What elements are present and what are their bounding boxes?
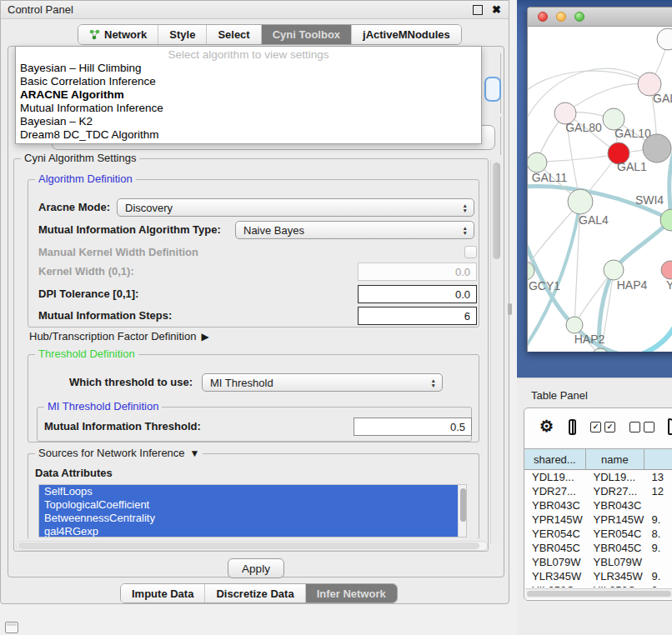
zoom-traffic-light-icon[interactable]: [574, 12, 584, 22]
cyni-algorithm-settings-title: Cyni Algorithm Settings: [21, 152, 139, 164]
mi-steps-field[interactable]: 6: [358, 307, 477, 325]
minimize-traffic-light-icon[interactable]: [556, 12, 566, 22]
node-label: GCY1: [529, 279, 560, 292]
focused-combobox-fragment[interactable]: [484, 77, 501, 102]
dropdown-item[interactable]: Basic Correlation Inference: [16, 75, 481, 88]
network-edge[interactable]: [634, 318, 672, 352]
network-node-hap4[interactable]: [604, 260, 624, 280]
table-cell: 13: [644, 470, 672, 484]
split-columns-icon[interactable]: [569, 419, 576, 435]
kernel-width-value: 0.0: [455, 266, 470, 278]
gear-icon[interactable]: ⚙: [539, 414, 554, 439]
dropdown-item[interactable]: Mutual Information Inference: [16, 102, 481, 115]
table-row[interactable]: YBR043CYBR043C: [524, 498, 672, 512]
tab-network[interactable]: Network: [78, 25, 158, 44]
tab-label: Impute Data: [132, 588, 193, 600]
tab-select[interactable]: Select: [207, 25, 261, 44]
mi-threshold-field[interactable]: 0.5: [354, 418, 472, 436]
network-edge[interactable]: [614, 220, 671, 270]
dropdown-item[interactable]: Dream8 DC_TDC Algorithm: [16, 128, 481, 142]
network-node-gal4[interactable]: [568, 189, 593, 214]
table-row[interactable]: YBL079WYBL079W: [524, 555, 672, 569]
deselect-all-columns-button[interactable]: [629, 422, 654, 432]
table-row[interactable]: YDR27...YDR27...12: [524, 484, 672, 498]
close-traffic-light-icon[interactable]: [538, 12, 548, 22]
tab-label: Network: [104, 28, 147, 41]
network-node[interactable]: [643, 134, 671, 162]
dpi-tolerance-label: DPI Tolerance [0,1]:: [38, 285, 138, 303]
select-all-columns-button[interactable]: ✓ ✓: [590, 422, 615, 432]
mi-type-combobox[interactable]: Naive Bayes ▲▼: [235, 221, 474, 239]
table-row[interactable]: YLR345WYLR345W9.: [524, 569, 672, 583]
network-edge[interactable]: [565, 83, 649, 113]
list-vertical-scrollbar[interactable]: [458, 485, 467, 537]
checked-checkbox-icon: ✓: [604, 422, 615, 432]
manual-kernel-checkbox[interactable]: [464, 246, 477, 258]
which-threshold-combobox[interactable]: MI Threshold ▲▼: [202, 373, 443, 392]
settings-vertical-scrollbar[interactable]: [490, 160, 502, 543]
sources-group-title: Sources for Network Inference: [38, 447, 185, 459]
table-cell: YDL19...: [524, 470, 586, 484]
table-row[interactable]: YIL052CYIL052C9.: [524, 583, 672, 588]
aracne-mode-combobox[interactable]: Discovery ▲▼: [117, 198, 474, 217]
close-icon[interactable]: ✖: [492, 3, 501, 16]
unchecked-checkbox-icon: [644, 422, 654, 432]
control-panel-title: Control Panel: [8, 3, 73, 16]
hub-tf-definition-label: Hub/Transcription Factor Definition: [29, 330, 196, 342]
table-toolbar: ⚙ ✓ ✓: [524, 413, 672, 440]
network-canvas[interactable]: GALGAL80GAL10GAL1GAL11SWI4GAL4GCY1HAP4YH…: [528, 27, 672, 352]
mi-steps-label: Mutual Information Steps:: [38, 307, 172, 325]
hub-tf-definition-toggle[interactable]: Hub/Transcription Factor Definition▶: [29, 329, 209, 344]
tab-label: Select: [218, 28, 249, 41]
kernel-width-field[interactable]: 0.0: [358, 262, 477, 281]
dpi-tolerance-field[interactable]: 0.0: [358, 285, 477, 303]
table-row[interactable]: YDL19...YDL19...13: [524, 470, 672, 484]
table-data-group-border-fragment: [500, 117, 501, 155]
attribute-list-item[interactable]: SelfLoops: [39, 485, 466, 498]
sources-group: Sources for Network Inference▼ Data Attr…: [28, 453, 479, 539]
dropdown-item[interactable]: Bayesian – K2: [16, 115, 481, 128]
restore-panel-icon[interactable]: [5, 622, 18, 633]
network-window-titlebar[interactable]: [528, 8, 672, 27]
network-node[interactable]: [657, 28, 672, 50]
table-cell: YLR345W: [524, 569, 586, 583]
column-header[interactable]: [644, 449, 672, 469]
network-edge[interactable]: [537, 153, 619, 162]
table-cell: YDR27...: [524, 484, 586, 498]
table-row[interactable]: YER054CYER054C8.: [524, 527, 672, 541]
float-window-icon[interactable]: [473, 5, 483, 15]
apply-button[interactable]: Apply: [228, 558, 284, 578]
network-node-y[interactable]: [661, 261, 672, 279]
document-icon[interactable]: [668, 418, 672, 435]
attribute-list-item[interactable]: gal4RGexp: [39, 525, 466, 538]
data-attributes-list[interactable]: SelfLoopsTopologicalCoefficientBetweenne…: [38, 484, 467, 538]
tab-infer-network[interactable]: Infer Network: [306, 584, 397, 602]
table-row[interactable]: YBR045CYBR045C9.: [524, 541, 672, 555]
column-header[interactable]: name: [586, 449, 644, 469]
tab-jactivemnodules[interactable]: jActiveMNodules: [352, 25, 461, 44]
network-edge[interactable]: [528, 71, 649, 93]
tab-style[interactable]: Style: [158, 25, 207, 44]
attribute-list-item[interactable]: BetweennessCentrality: [39, 512, 466, 525]
tab-discretize-data[interactable]: Discretize Data: [205, 584, 305, 602]
network-node-hap2[interactable]: [566, 317, 583, 333]
node-label: GAL: [653, 92, 672, 105]
table-horizontal-scrollbar[interactable]: [525, 588, 672, 598]
sources-group-toggle[interactable]: Sources for Network Inference▼: [35, 447, 203, 459]
stepper-arrows-icon: ▲▼: [431, 375, 436, 392]
column-header[interactable]: shared...: [524, 449, 586, 469]
tab-label: Style: [169, 28, 195, 41]
table-cell: YER054C: [586, 527, 644, 541]
table-row[interactable]: YPR145WYPR145W9.: [524, 512, 672, 527]
which-threshold-value: MI Threshold: [210, 377, 273, 389]
settings-horizontal-scrollbar[interactable]: [16, 541, 488, 551]
dropdown-item[interactable]: Bayesian – Hill Climbing: [16, 62, 481, 75]
mi-steps-value: 6: [464, 310, 470, 322]
kernel-width-label: Kernel Width (0,1):: [38, 262, 134, 281]
tab-cyni-toolbox[interactable]: Cyni Toolbox: [262, 25, 352, 44]
panel-splitter-handle[interactable]: [508, 303, 512, 315]
attribute-list-item[interactable]: TopologicalCoefficient: [39, 498, 466, 512]
tab-impute-data[interactable]: Impute Data: [121, 584, 205, 602]
dropdown-item[interactable]: ARACNE Algorithm: [16, 88, 481, 102]
network-node-gal11[interactable]: [528, 152, 547, 172]
